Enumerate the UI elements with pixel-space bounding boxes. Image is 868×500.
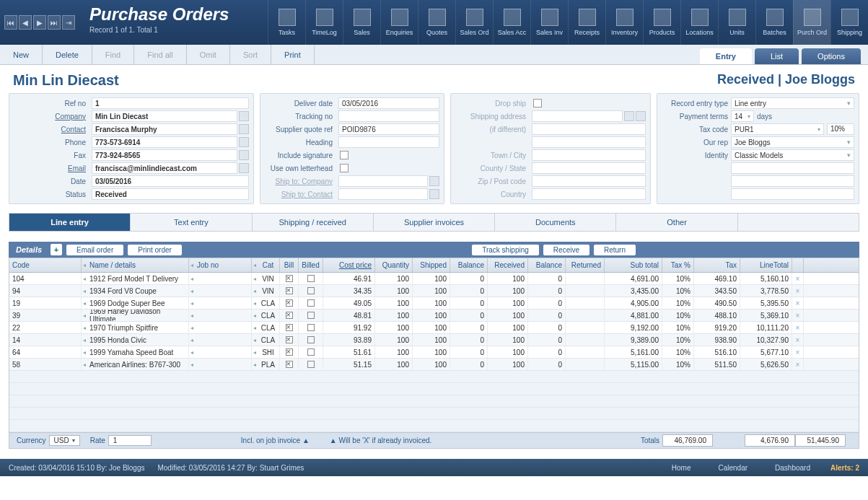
cell-billed[interactable] (299, 334, 323, 346)
tab-options[interactable]: Options (802, 48, 861, 64)
cell-bill[interactable] (280, 334, 299, 346)
nav-prev[interactable]: ◀ (19, 15, 32, 30)
cell-billed[interactable] (299, 322, 323, 333)
cell-recv[interactable]: 100 (488, 334, 528, 346)
cell-ret[interactable] (566, 334, 605, 346)
col-taxp[interactable]: Tax % (662, 258, 694, 272)
col-bal1[interactable]: Balance (450, 258, 488, 272)
delete-row-icon[interactable]: × (792, 359, 804, 370)
topicon-timelog[interactable]: TimeLog (305, 0, 343, 45)
cell-name[interactable]: 1995 Honda Civic (87, 334, 189, 346)
shipct-label[interactable]: Ship to: Contact (265, 190, 338, 198)
contact-field[interactable]: Francisca Murphy (92, 123, 237, 135)
col-ret[interactable]: Returned (566, 258, 605, 272)
cell-job[interactable] (194, 297, 252, 309)
town-field[interactable] (532, 149, 646, 161)
cell-ship[interactable]: 100 (413, 322, 450, 333)
cell-cost[interactable]: 93.89 (323, 334, 375, 346)
company-label[interactable]: Company (14, 113, 92, 120)
cell-ship[interactable]: 100 (413, 359, 450, 370)
cell-ret[interactable] (566, 285, 605, 297)
deliver-field[interactable]: 03/05/2016 (338, 97, 439, 109)
cell-billed[interactable] (299, 346, 323, 358)
shipct-field[interactable] (338, 188, 428, 200)
contact-lookup-icon[interactable] (239, 124, 249, 134)
pay-n-field[interactable]: 14 (731, 110, 754, 122)
topicon-locations[interactable]: Locations (680, 0, 718, 45)
rep-field[interactable]: Joe Bloggs (731, 136, 854, 148)
cell-qty[interactable]: 100 (375, 322, 413, 333)
topicon-enquiries[interactable]: Enquiries (380, 0, 418, 45)
cell-job[interactable] (194, 310, 252, 321)
tab-entry[interactable]: Entry (700, 48, 752, 64)
extra3-field[interactable] (731, 188, 854, 200)
cell-bill[interactable] (280, 273, 299, 284)
cell-ship[interactable]: 100 (413, 297, 450, 309)
cell-cat[interactable]: CLA (257, 297, 280, 309)
cell-qty[interactable]: 100 (375, 334, 413, 346)
cell-ship[interactable]: 100 (413, 285, 450, 297)
cell-ship[interactable]: 100 (413, 334, 450, 346)
topicon-units[interactable]: Units (718, 0, 755, 45)
table-row[interactable]: 94◂1934 Ford V8 Coupe◂◂VIN34.35100100010… (9, 285, 859, 297)
cell-name[interactable]: 1969 Dodge Super Bee (87, 297, 189, 309)
cell-cost[interactable]: 46.91 (323, 273, 375, 284)
cell-billed[interactable] (299, 359, 323, 370)
cell-ret[interactable] (566, 359, 605, 370)
cell-cat[interactable]: PLA (257, 359, 280, 370)
topicon-quotes[interactable]: Quotes (418, 0, 455, 45)
table-row[interactable]: 64◂1999 Yamaha Speed Boat◂◂SHI51.6110010… (9, 346, 859, 359)
cell-name[interactable]: 1969 Harley Davidson Ultimate (87, 310, 189, 321)
email-label[interactable]: Email (14, 165, 92, 172)
company-field[interactable]: Min Lin Diecast (92, 110, 237, 122)
cell-qty[interactable]: 100 (375, 310, 413, 321)
dashboard-button[interactable]: Dashboard (768, 464, 817, 472)
tracking-field[interactable] (338, 110, 439, 122)
col-bal2[interactable]: Balance (528, 258, 566, 272)
col-code[interactable]: Code (9, 258, 82, 272)
cell-job[interactable] (194, 359, 252, 370)
add-line-button[interactable]: + (51, 244, 62, 255)
cell-billed[interactable] (299, 285, 323, 297)
cell-name[interactable]: 1970 Triumph Spitfire (87, 322, 189, 333)
cell-code[interactable]: 22 (9, 322, 82, 333)
cell-qty[interactable]: 100 (375, 359, 413, 370)
cell-code[interactable]: 19 (9, 297, 82, 309)
return-button[interactable]: Return (594, 245, 636, 255)
subtab-line-entry[interactable]: Line entry (9, 214, 131, 231)
country-field[interactable] (532, 188, 646, 200)
nav-extra[interactable]: ⇥ (62, 15, 75, 30)
topicon-products[interactable]: Products (643, 0, 680, 45)
cell-ret[interactable] (566, 310, 605, 321)
delete-row-icon[interactable]: × (792, 297, 804, 309)
omit-button[interactable]: Omit (187, 45, 230, 64)
topicon-tasks[interactable]: Tasks (268, 0, 305, 45)
subtab-text-entry[interactable]: Text entry (131, 214, 252, 231)
delete-row-icon[interactable]: × (792, 273, 804, 284)
ret-field[interactable]: Line entry (731, 97, 854, 109)
cell-cost[interactable]: 48.81 (323, 310, 375, 321)
delete-button[interactable]: Delete (43, 45, 92, 64)
receive-button[interactable]: Receive (543, 245, 589, 255)
cell-cat[interactable]: SHI (257, 346, 280, 358)
cell-recv[interactable]: 100 (488, 322, 528, 333)
dropship-checkbox[interactable] (533, 99, 542, 108)
shipct-lookup-icon[interactable] (429, 189, 439, 199)
cell-bill[interactable] (280, 285, 299, 297)
col-ship[interactable]: Shipped (413, 258, 450, 272)
col-cat[interactable]: Cat (257, 258, 280, 272)
cell-name[interactable]: 1934 Ford V8 Coupe (87, 285, 189, 297)
topicon-sales-inv[interactable]: Sales Inv (530, 0, 568, 45)
status-field[interactable]: Received (92, 188, 249, 200)
cell-name[interactable]: 1999 Yamaha Speed Boat (87, 346, 189, 358)
quote-field[interactable]: POID9876 (338, 123, 439, 135)
cell-cat[interactable]: CLA (257, 334, 280, 346)
cell-bill[interactable] (280, 346, 299, 358)
sort-button[interactable]: Sort (230, 45, 271, 64)
topicon-inventory[interactable]: Inventory (605, 0, 643, 45)
letterhead-checkbox[interactable] (340, 164, 348, 172)
cell-qty[interactable]: 100 (375, 273, 413, 284)
topicon-batches[interactable]: Batches (755, 0, 793, 45)
fax-field[interactable]: 773-924-8565 (92, 149, 237, 161)
cell-qty[interactable]: 100 (375, 285, 413, 297)
